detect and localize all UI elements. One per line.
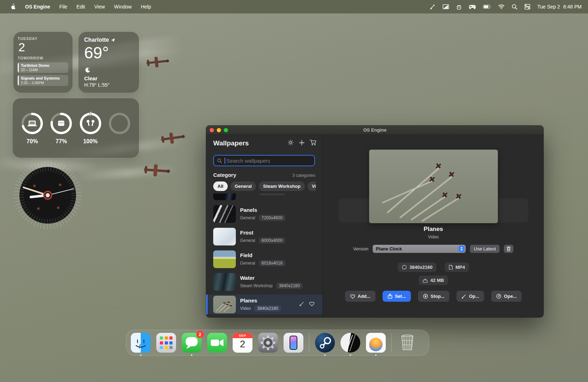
sidebar-title: Wallpapers xyxy=(213,139,249,147)
battery-icon[interactable] xyxy=(483,5,491,9)
delete-version-button[interactable] xyxy=(504,245,513,253)
display-icon[interactable] xyxy=(443,4,449,10)
wallpaper-resolution: 3840x2160 xyxy=(259,193,285,195)
detail-title: Planes xyxy=(323,226,543,233)
dock-finder-icon[interactable] xyxy=(131,333,151,353)
menu-help[interactable]: Help xyxy=(136,0,156,13)
wallpaper-resolution: 6016x4016 xyxy=(259,260,285,266)
battery-widget[interactable]: 70% 77% 100% xyxy=(13,98,139,158)
wallpaper-row-panels[interactable]: Panels General 7200x4500 xyxy=(206,204,322,224)
menu-clock[interactable]: Tue Sep 2 8:48 PM xyxy=(537,4,582,10)
wallpaper-row-planes-selected[interactable]: Planes Video 3840x2160 xyxy=(206,295,322,314)
wallpaper-row-frost[interactable]: Frost General 6000x4000 xyxy=(206,227,322,247)
use-latest-button[interactable]: Use Latest xyxy=(470,245,500,253)
category-label: Category xyxy=(213,172,236,178)
event-title: Signals and Systems xyxy=(21,76,60,81)
control-center-icon[interactable] xyxy=(524,4,530,10)
size-value: 42 MB xyxy=(430,278,444,283)
set-button[interactable]: Set... xyxy=(383,291,411,302)
version-select[interactable]: Plane Clock xyxy=(373,245,466,253)
menu-bar-left: OS Engine File Edit View Window Help xyxy=(0,0,156,13)
weather-temperature: 69° xyxy=(84,44,133,62)
dock-facetime-icon[interactable] xyxy=(207,333,227,353)
calendar-widget[interactable]: TUESDAY 2 TOMORROW Turtlebot Demo 10 – 1… xyxy=(13,32,72,93)
chip-all[interactable]: All xyxy=(213,181,228,191)
game-controller-icon[interactable] xyxy=(469,4,476,10)
wallpaper-resolution: 6000x4000 xyxy=(259,237,285,244)
file-icon xyxy=(449,265,453,270)
window-title-bar[interactable]: OS Engine xyxy=(206,126,543,135)
dock-launchpad-icon[interactable] xyxy=(156,333,176,353)
wallpapers-sidebar: Wallpapers Category 3 categories All Gen… xyxy=(206,135,323,317)
add-button[interactable]: Add... xyxy=(345,291,375,302)
wallpaper-row-partial[interactable]: General 3840x2160 xyxy=(206,193,322,201)
menu-window[interactable]: Window xyxy=(110,0,136,13)
wallpaper-thumbnail xyxy=(213,250,236,268)
dock-os-engine-icon[interactable] xyxy=(340,333,360,353)
event-title: Turtlebot Demo xyxy=(21,63,49,68)
dock-steam-icon[interactable] xyxy=(315,333,335,353)
favorite-heart-icon[interactable] xyxy=(309,301,315,308)
wallpaper-name: Frost xyxy=(240,230,285,236)
event-time: 10 – 11AM xyxy=(21,68,49,72)
menu-edit[interactable]: Edit xyxy=(72,0,89,13)
dock-separator xyxy=(391,333,392,352)
calendar-icon-day: 2 xyxy=(240,338,245,351)
search-icon[interactable] xyxy=(512,4,517,10)
cart-icon[interactable] xyxy=(310,139,317,147)
size-pill: 42 MB xyxy=(419,276,448,285)
menu-app-name[interactable]: OS Engine xyxy=(21,0,55,13)
airpods-case-icon xyxy=(58,121,64,126)
chip-general[interactable]: General xyxy=(231,181,256,191)
weather-widget[interactable]: Charlotte 69° Clear H:79° L:55° xyxy=(78,32,139,93)
add-plus-icon[interactable] xyxy=(299,140,305,147)
running-indicator xyxy=(324,354,326,356)
settings-gear-icon[interactable] xyxy=(287,139,294,147)
wallpaper-thumbnail xyxy=(213,228,236,245)
category-count: 3 categories xyxy=(292,173,315,178)
dock-weather-icon[interactable] xyxy=(366,333,386,353)
dock-calendar-icon[interactable]: SEP 2 xyxy=(233,333,252,353)
wallpaper-preview[interactable] xyxy=(369,150,498,223)
ope-button[interactable]: Ope... xyxy=(491,291,522,302)
wifi-icon[interactable] xyxy=(498,4,505,9)
op-button[interactable]: Op... xyxy=(456,291,484,302)
stop-button[interactable]: Stop... xyxy=(418,291,450,302)
analog-clock-widget[interactable] xyxy=(12,160,83,231)
select-chevrons-icon xyxy=(459,246,465,252)
wallpaper-thumbnail xyxy=(213,193,236,200)
edit-pencil-icon[interactable] xyxy=(299,301,304,308)
battery-percent: 77% xyxy=(56,138,67,145)
wallpaper-category: General xyxy=(240,261,255,266)
menu-time: 8:48 PM xyxy=(563,4,582,10)
wallpaper-thumbnail xyxy=(213,205,236,223)
wallpaper-name: Panels xyxy=(240,207,285,213)
wallpaper-category: Video xyxy=(240,306,251,311)
dock-messages-icon[interactable]: 2 xyxy=(182,333,202,353)
search-input[interactable] xyxy=(226,157,311,164)
format-value: MP4 xyxy=(455,265,465,270)
apple-menu-icon[interactable] xyxy=(6,0,21,13)
dock-iphone-mirroring-icon[interactable] xyxy=(284,333,303,353)
wallpaper-name: Water xyxy=(240,275,303,281)
battery-ring-macbook: 70% xyxy=(20,111,44,145)
dock-system-settings-icon[interactable] xyxy=(258,333,278,353)
format-pill: MP4 xyxy=(445,262,469,272)
robot-icon[interactable] xyxy=(456,4,462,10)
menu-file[interactable]: File xyxy=(55,0,72,13)
version-value: Plane Clock xyxy=(376,246,459,251)
wallpaper-row-field[interactable]: Field General 6016x4016 xyxy=(206,249,322,269)
chip-video[interactable]: Video xyxy=(308,181,316,191)
menu-view[interactable]: View xyxy=(89,0,109,13)
chip-steam-workshop[interactable]: Steam Workshop xyxy=(259,181,305,191)
pen-icon[interactable] xyxy=(430,4,436,10)
text-caret xyxy=(225,158,225,164)
add-button-label: Add... xyxy=(358,294,371,299)
search-icon xyxy=(217,158,222,163)
wallpaper-row-water[interactable]: Water Steam Workshop 3840x2160 xyxy=(206,272,322,292)
search-field[interactable] xyxy=(213,155,315,166)
stop-button-label: Stop... xyxy=(431,294,445,299)
running-indicator xyxy=(191,354,192,356)
dock-trash-icon[interactable] xyxy=(397,333,417,353)
version-label: Version xyxy=(353,246,368,251)
